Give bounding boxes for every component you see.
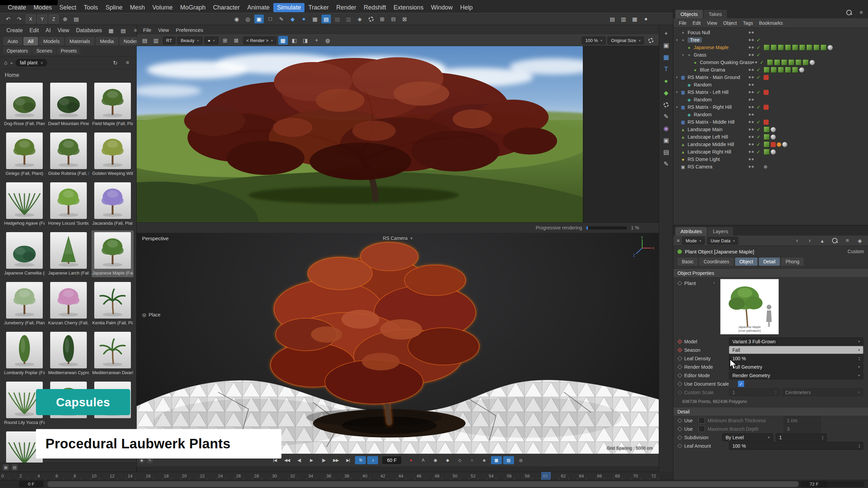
visibility-dot[interactable] (752, 91, 754, 93)
asset-item[interactable]: Globe Robinia (Fall, Pl... (47, 131, 90, 178)
texture-tag[interactable] (778, 67, 784, 73)
axis-mode-icon[interactable]: ▥ (344, 15, 353, 23)
expand-icon[interactable]: ▾ (676, 76, 680, 79)
lights-icon[interactable]: ● (641, 15, 651, 23)
expand-icon[interactable]: ▾ (676, 90, 680, 94)
texture-tag[interactable] (774, 59, 780, 65)
phong-tag[interactable] (771, 149, 776, 155)
solo-anim-icon[interactable]: ◎ (515, 456, 526, 464)
text-tool-icon[interactable]: T (662, 65, 671, 74)
channel-dropdown[interactable]: ●▾ (204, 37, 218, 44)
object-name[interactable]: Landscape Middle Hill (688, 142, 734, 147)
enable-check-icon[interactable]: ✓ (756, 119, 763, 125)
render-view-canvas[interactable] (137, 46, 659, 222)
visibility-dot[interactable] (752, 136, 754, 138)
object-name[interactable]: Landscape Left Hill (688, 134, 728, 140)
plant-preview-thumbnail[interactable]: Japanese Maple (Acer palmatum) (720, 279, 779, 334)
ab-info-icon[interactable]: ▤ (12, 464, 18, 470)
object-row[interactable]: ▾+Tree✓ (673, 36, 868, 44)
om-search-icon[interactable] (844, 8, 854, 17)
param-diamond[interactable] (677, 443, 682, 448)
redshift-tag[interactable] (764, 105, 769, 110)
cube-primitive-icon[interactable]: □ (265, 15, 275, 23)
effector-icon[interactable]: ◆ (662, 88, 671, 97)
volume-icon[interactable]: ◉ (662, 124, 671, 133)
next-frame-icon[interactable]: |▶ (318, 456, 329, 464)
object-name[interactable]: Random (694, 97, 712, 102)
asset-item[interactable]: Kanzan Cherry (Fall, Pl... (47, 280, 90, 327)
visibility-dot[interactable] (749, 121, 751, 123)
visibility-dot[interactable] (749, 84, 751, 86)
visibility-dot[interactable] (752, 114, 754, 116)
section-tab-coordinates[interactable]: Coordinates (699, 258, 734, 266)
object-name[interactable]: Common Quaking Grass (700, 60, 752, 65)
add-path-icon[interactable]: + (10, 60, 13, 66)
ab-menu-view[interactable]: View (55, 27, 72, 34)
menu-extensions[interactable]: Extensions (390, 3, 427, 12)
phong-tag[interactable] (771, 135, 776, 140)
ab-subtab-operators[interactable]: Operators (3, 47, 32, 55)
object-name[interactable]: Grass (694, 52, 706, 58)
menu-spline[interactable]: Spline (102, 3, 126, 12)
undo-icon[interactable]: ↶ (3, 15, 13, 23)
object-name[interactable]: RS Matrix - Left Hill (688, 89, 729, 95)
visibility-dot[interactable] (752, 54, 754, 56)
material-manager-icon[interactable]: ▣ (254, 15, 264, 23)
menu-mograph[interactable]: MoGraph (176, 3, 209, 12)
search-filter-chip[interactable]: fall plant × (16, 59, 47, 66)
rv-menu-view[interactable]: View (155, 26, 172, 34)
object-name[interactable]: Landscape Main (688, 127, 723, 132)
rv-menu-preferences[interactable]: Preferences (173, 26, 206, 34)
asset-thumbnail[interactable] (94, 182, 131, 219)
menu-redshift[interactable]: Redshift (360, 3, 390, 12)
record-parameter-icon[interactable]: ◈ (479, 456, 490, 464)
asset-item[interactable]: Mediterranean Dwarf ... (92, 330, 134, 377)
texture-tag[interactable] (803, 59, 809, 65)
texture-tag[interactable] (764, 141, 770, 147)
object-name[interactable]: Random (694, 82, 712, 87)
field-icon[interactable]: ● (662, 77, 671, 85)
asset-item[interactable]: Juneberry (Fall, Plant) (3, 280, 45, 327)
visibility-dot[interactable] (749, 143, 751, 145)
ab-tab-models[interactable]: Models (39, 37, 64, 45)
render-queue-icon[interactable]: ▤ (608, 15, 617, 23)
visibility-dot[interactable] (749, 166, 751, 168)
ab-subtab-scenes[interactable]: Scenes (33, 47, 56, 55)
visibility-dot[interactable] (752, 84, 754, 86)
goto-end-icon[interactable]: ▶| (342, 456, 353, 464)
phong-tag[interactable] (810, 60, 815, 65)
visibility-dot[interactable] (749, 128, 751, 130)
prev-frame-icon[interactable]: ◀| (294, 456, 304, 464)
enable-check-icon[interactable]: ✓ (756, 149, 763, 155)
crop-icon[interactable]: ⊠ (232, 36, 241, 45)
visibility-dot[interactable] (749, 106, 751, 108)
asset-item[interactable]: Hedgehog Agave (Fall... (3, 181, 45, 227)
subdivision-level-field[interactable]: 1▴▾ (776, 433, 827, 441)
grid-snap-icon[interactable]: ▤ (321, 15, 331, 23)
ab-tab-auto[interactable]: Auto (3, 37, 22, 45)
om-menu-edit[interactable]: Edit (690, 20, 704, 26)
asset-thumbnail[interactable] (94, 83, 131, 119)
use-document-scale-checkbox[interactable]: ✓ (738, 381, 744, 387)
asset-item[interactable]: Golden Weeping Willo... (92, 131, 134, 178)
visibility-dot[interactable] (752, 69, 754, 71)
move-tool-icon[interactable]: + (662, 29, 671, 38)
snapshot-icon[interactable]: ▥ (151, 36, 161, 45)
record-scale-icon[interactable]: ◇ (454, 456, 465, 464)
autokey-icon[interactable]: A (418, 456, 429, 464)
om-menu-icon[interactable]: ≡ (856, 8, 866, 17)
redshift-tag[interactable] (764, 75, 769, 80)
perspective-viewport[interactable]: Perspective RS Camera ▾ X Y Z ◎ Place Gr… (137, 233, 659, 454)
max-branch-field[interactable]: 3 (784, 425, 821, 433)
menu-render[interactable]: Render (333, 3, 360, 12)
expand-icon[interactable]: ▾ (676, 38, 680, 42)
section-tab-basic[interactable]: Basic (677, 258, 698, 266)
attr-filter-icon[interactable]: ≡ (843, 236, 852, 245)
visibility-dot[interactable] (752, 32, 754, 34)
pass-dropdown[interactable]: Beauty▾ (177, 37, 202, 44)
enable-check-icon[interactable]: ✓ (756, 142, 763, 147)
home-icon[interactable]: ⌂ (4, 60, 7, 66)
asset-item[interactable]: Japanese Maple (Fall, ... (92, 230, 134, 277)
custom-preset-dropdown[interactable]: Custom (848, 249, 864, 254)
render-target-dropdown[interactable]: < Render >▾ (243, 37, 276, 44)
